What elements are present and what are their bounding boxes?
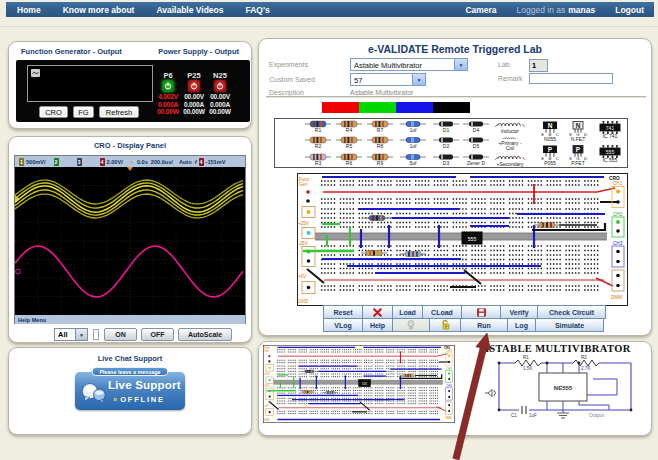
- save-button[interactable]: [461, 305, 501, 319]
- cload-button[interactable]: CLoad: [422, 305, 462, 319]
- palette-item-resistor[interactable]: R2: [303, 135, 333, 151]
- breadboard-canvas[interactable]: [297, 173, 628, 306]
- palette-item-label: D2: [443, 144, 449, 149]
- palette-item-transistor[interactable]: PE B CP055: [537, 143, 563, 167]
- palette-item-capacitor[interactable]: 5uf: [398, 152, 428, 168]
- p6-power-button[interactable]: [162, 80, 174, 92]
- palette-item-ic[interactable]: 555IC 555: [593, 143, 627, 167]
- palette-item-diode[interactable]: D2: [431, 135, 461, 151]
- nav-available-videos[interactable]: Available Videos: [145, 5, 234, 15]
- palette-item-resistor[interactable]: R3: [303, 152, 333, 168]
- run-button[interactable]: Run: [460, 318, 508, 332]
- palette-item-transformer-primary[interactable]: +Primary -Coil: [487, 135, 533, 151]
- live-chat-panel: Live Chat Support Please leave a message…: [8, 347, 252, 435]
- description-value: Astable Multivibrator: [350, 89, 413, 96]
- palette-item-label: 1uf: [410, 144, 417, 149]
- palette-item-fet[interactable]: NS G DN.FET: [565, 119, 591, 143]
- log-button[interactable]: Log: [507, 318, 536, 332]
- wire-color-green[interactable]: [359, 102, 396, 113]
- palette-item-label: R8: [377, 144, 383, 149]
- nav-right-group: Camera Logged in asmanas Logout: [455, 5, 654, 15]
- wire-color-black[interactable]: [433, 102, 470, 113]
- load-button[interactable]: Load: [392, 305, 423, 319]
- custom-saved-dropdown[interactable]: 57 ▼: [350, 73, 426, 86]
- custom-saved-dropdown-arrow-icon[interactable]: ▼: [412, 74, 425, 85]
- experiments-dropdown-arrow-icon[interactable]: ▼: [454, 59, 467, 70]
- circuit-diagram-title: ASTABLE MULTIVIBRATOR: [477, 343, 635, 354]
- palette-item-diode[interactable]: D3: [431, 152, 461, 168]
- palette-item-resistor[interactable]: R6: [334, 152, 364, 168]
- reset-button-label: Reset: [333, 309, 352, 316]
- palette-item-label: Inductor: [501, 129, 519, 134]
- display-logo-icon: [31, 69, 40, 77]
- off-button[interactable]: OFF: [141, 328, 174, 341]
- palette-item-resistor[interactable]: R7: [365, 119, 395, 135]
- palette-item-label: D4: [473, 128, 479, 133]
- wire-color-red[interactable]: [322, 102, 359, 113]
- palette-item-resistor[interactable]: R8: [365, 135, 395, 151]
- palette-item-capacitor[interactable]: 1uf: [398, 135, 428, 151]
- p25-watts: 00.00W: [181, 108, 207, 115]
- chevrons-icon: »: [113, 395, 117, 404]
- log-button-label: Log: [515, 322, 528, 329]
- channel-select-dropdown[interactable]: All ▼: [54, 328, 88, 341]
- palette-item-diode[interactable]: D1: [431, 119, 461, 135]
- p25-column: [181, 80, 207, 92]
- experiments-dropdown[interactable]: Astable Multivibrator ▼: [350, 58, 468, 71]
- palette-item-ic[interactable]: 741IC 741: [593, 119, 627, 143]
- trigger-symbol: f: [195, 159, 197, 165]
- palette-item-resistor[interactable]: R4: [334, 119, 364, 135]
- lamp-button[interactable]: [392, 318, 430, 332]
- p25-power-button[interactable]: [188, 80, 200, 92]
- refresh-button[interactable]: Refresh: [99, 106, 139, 118]
- vlog-button[interactable]: VLog: [323, 318, 363, 332]
- palette-item-transistor[interactable]: NE B CN055: [537, 119, 563, 143]
- on-button[interactable]: ON: [104, 328, 137, 341]
- remark-input[interactable]: [529, 73, 613, 84]
- channel-select-value: All: [55, 329, 75, 340]
- scope-help-menu-bar[interactable]: Help Menu: [15, 315, 245, 324]
- reset-button[interactable]: Reset: [323, 305, 363, 319]
- palette-item-transformer-secondary[interactable]: +Secondary: [487, 152, 533, 168]
- nav-logout[interactable]: Logout: [605, 5, 654, 15]
- nav-faqs[interactable]: FAQ's: [235, 5, 281, 15]
- check-circuit-button[interactable]: Check Circuit: [537, 305, 606, 319]
- fet-icon: P: [569, 145, 587, 157]
- nav-home[interactable]: Home: [6, 5, 52, 15]
- palette-item-resistor[interactable]: R5: [334, 135, 364, 151]
- schematic-r1-label: R1: [523, 355, 529, 360]
- oscilloscope-widget: 1 500mV/ 2 3 4 2.00V/ ☼ 0.0s 200.0us/ Au…: [14, 155, 246, 324]
- fg-button[interactable]: FG: [73, 106, 94, 118]
- palette-item-resistor[interactable]: R1: [303, 119, 333, 135]
- help-menu-label: Help Menu: [18, 317, 46, 323]
- help-button[interactable]: Help: [362, 318, 393, 332]
- palette-item-fet[interactable]: PS G DP.FET: [565, 143, 591, 167]
- simulate-button[interactable]: Simulate: [535, 318, 604, 332]
- waveform-plot: [15, 167, 245, 315]
- nav-know-more-about[interactable]: Know more about: [52, 5, 146, 15]
- live-support-badge[interactable]: Please leave a message Live Support »OFF…: [75, 372, 185, 410]
- wire-color-blue[interactable]: [396, 102, 433, 113]
- nav-camera[interactable]: Camera: [455, 5, 506, 15]
- autoscale-button[interactable]: AutoScale: [178, 328, 232, 341]
- palette-item-label: D3: [443, 161, 449, 166]
- n25-power-button[interactable]: [214, 80, 226, 92]
- n25-column: [207, 80, 233, 92]
- lab-number-input[interactable]: [529, 59, 548, 72]
- palette-item-label: R1: [315, 128, 321, 133]
- fg-button-label: FG: [78, 108, 88, 117]
- off-button-label: OFF: [151, 331, 165, 338]
- channel-select-arrow-icon[interactable]: ▼: [75, 329, 87, 340]
- palette-item-label: R2: [315, 144, 321, 149]
- palette-item-resistor[interactable]: R9: [365, 152, 395, 168]
- lab-toolbar: Reset Load CLoad Verify Check Circuit VL…: [323, 305, 609, 331]
- palette-item-capacitor[interactable]: 1uf: [398, 119, 428, 135]
- cro-button[interactable]: CRO: [39, 106, 68, 118]
- unlock-button[interactable]: [429, 318, 461, 332]
- palette-item-inductor[interactable]: Inductor: [487, 119, 533, 135]
- toolbar-row-1: Reset Load CLoad Verify Check Circuit: [323, 305, 609, 318]
- lamp-icon: [407, 320, 415, 330]
- delete-button[interactable]: [362, 305, 393, 319]
- verify-button[interactable]: Verify: [500, 305, 538, 319]
- svg-text:N: N: [576, 122, 581, 129]
